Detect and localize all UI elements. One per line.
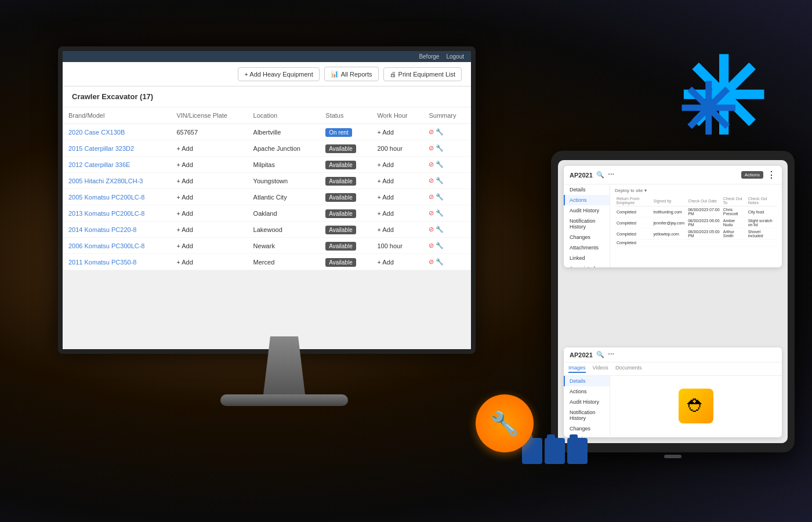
sidebar-actions[interactable]: Actions (564, 195, 610, 205)
delete-icon[interactable]: ⊘ (429, 177, 434, 184)
tablet-home-button[interactable] (664, 455, 682, 458)
wrench-icon[interactable]: 🔧 (436, 258, 444, 266)
panel-bottom-header: AP2021 🔍 ⋯ (564, 347, 782, 362)
cell-location: Youngstown (248, 173, 320, 189)
cell-vin: 657657 (171, 124, 247, 140)
panel-menu-icon[interactable]: ⋮ (767, 169, 776, 180)
bottom-sidebar-changes[interactable]: Changes (564, 423, 610, 434)
cell-vin[interactable]: + Add (171, 222, 247, 238)
cell-vin[interactable]: + Add (171, 189, 247, 205)
th-date: Check Out Date (686, 195, 722, 206)
cell-location: Oakland (248, 205, 320, 222)
more-icon[interactable]: ⋯ (608, 171, 614, 179)
cell-vin[interactable]: + Add (171, 157, 247, 173)
cell-brand[interactable]: 2014 Komatsu PC220-8 (63, 222, 171, 238)
nav-bar: Beforge Logout (63, 51, 471, 62)
all-reports-button[interactable]: 📊 All Reports (324, 67, 379, 81)
cell-notes: Slight scratch on lid (746, 217, 777, 229)
print-equipment-button[interactable]: 🖨 Print Equipment List (383, 67, 462, 81)
nav-logout[interactable]: Logout (446, 53, 464, 60)
cell-workhour[interactable]: + Add (371, 189, 423, 205)
cell-status: Available (320, 157, 371, 173)
cell-vin[interactable]: + Add (171, 205, 247, 222)
panel-actions-button[interactable]: Actions (741, 171, 763, 179)
cell-workhour[interactable]: + Add (371, 124, 423, 140)
cell-checkout-to: Arthur Smith (722, 229, 746, 240)
wrench-icon[interactable]: 🔧 (436, 161, 444, 168)
cell-location: Atlantic City (248, 189, 320, 205)
th-notes: Check Out Notes (746, 195, 777, 206)
tab-videos[interactable]: Videos (593, 365, 608, 373)
delete-icon[interactable]: ⊘ (429, 242, 434, 249)
cell-vin[interactable]: + Add (171, 238, 247, 254)
delete-icon[interactable]: ⊘ (429, 161, 434, 168)
col-brand: Brand/Model (63, 107, 171, 124)
wrench-icon[interactable]: 🔧 (436, 226, 444, 233)
wrench-icon[interactable]: 🔧 (436, 144, 444, 152)
cell-workhour[interactable]: + Add (371, 173, 423, 189)
cell-summary: ⊘ 🔧 (423, 254, 471, 270)
panel-bottom-sidebar: Details Actions Audit History Notificati… (564, 376, 610, 436)
wrench-icon[interactable]: 🔧 (436, 177, 444, 184)
cell-brand[interactable]: 2020 Case CX130B (63, 124, 171, 140)
cell-workhour[interactable]: + Add (371, 254, 423, 270)
th-to: Check Out To (722, 195, 746, 206)
col-status: Status (320, 107, 371, 124)
sidebar-changes[interactable]: Changes (564, 232, 610, 242)
cell-brand[interactable]: 2005 Komatsu PC200LC-8 (63, 189, 171, 205)
cell-brand[interactable]: 2006 Komatsu PC300LC-8 (63, 238, 171, 254)
cell-summary: ⊘ 🔧 (423, 157, 471, 173)
add-equipment-button[interactable]: + Add Heavy Equipment (238, 67, 319, 81)
cell-location: Newark (248, 238, 320, 254)
status-badge-available: Available (325, 161, 356, 169)
cell-workhour[interactable]: + Add (371, 157, 423, 173)
delete-icon[interactable]: ⊘ (429, 209, 434, 217)
search-icon-2[interactable]: 🔍 (596, 351, 604, 358)
cell-brand[interactable]: 2013 Komatsu PC200LC-8 (63, 205, 171, 222)
search-icon[interactable]: 🔍 (596, 171, 604, 179)
delete-icon[interactable]: ⊘ (429, 226, 434, 233)
cell-vin[interactable]: + Add (171, 140, 247, 157)
cell-return: Completed (615, 240, 651, 246)
cell-vin[interactable]: + Add (171, 254, 247, 270)
sidebar-notification[interactable]: Notification History (564, 216, 610, 232)
cell-brand[interactable]: 2015 Caterpillar 323D2 (63, 140, 171, 157)
tab-images[interactable]: Images (568, 365, 586, 373)
sidebar-details[interactable]: Details (564, 184, 610, 195)
wrench-icon[interactable]: 🔧 (436, 242, 444, 249)
cell-vin[interactable]: + Add (171, 173, 247, 189)
delete-icon[interactable]: ⊘ (429, 193, 434, 201)
bottom-sidebar-audit[interactable]: Audit History (564, 397, 610, 407)
cell-date: 08/30/2023 06:00 PM (686, 217, 722, 229)
cell-date: 08/30/2023 07:00 PM (686, 206, 722, 217)
cell-brand[interactable]: 2005 Hitachi ZX280LCH-3 (63, 173, 171, 189)
cell-workhour[interactable]: + Add (371, 205, 423, 222)
sidebar-audit[interactable]: Audit History (564, 205, 610, 216)
wrench-icon[interactable]: 🔧 (436, 209, 444, 217)
cell-brand[interactable]: 2011 Komatsu PC350-8 (63, 254, 171, 270)
bottom-sidebar-notification[interactable]: Notification History (564, 407, 610, 423)
bar-chart-icon: 📊 (331, 70, 339, 78)
delete-icon[interactable]: ⊘ (429, 144, 434, 152)
cell-workhour: 100 hour (371, 238, 423, 254)
table-row: 2020 Case CX130B 657657 Albertville On r… (63, 124, 471, 140)
page-title: Crawler Excavator (17) (63, 86, 471, 107)
delete-icon[interactable]: ⊘ (429, 258, 434, 266)
wrench-icon[interactable]: 🔧 (436, 193, 444, 201)
status-badge-available: Available (325, 177, 356, 186)
delete-icon[interactable]: ⊘ (429, 128, 434, 136)
cell-brand[interactable]: 2012 Caterpillar 336E (63, 157, 171, 173)
th-return: Return From Employee (615, 195, 651, 206)
cell-workhour[interactable]: + Add (371, 222, 423, 238)
nav-brand[interactable]: Beforge (419, 53, 439, 60)
table-row: 2005 Hitachi ZX280LCH-3 + Add Youngstown… (63, 173, 471, 189)
panel-bottom: AP2021 🔍 ⋯ Images Videos Documents Detai… (564, 347, 782, 437)
more-icon-2[interactable]: ⋯ (608, 351, 614, 358)
sidebar-linked[interactable]: Linked (564, 253, 610, 263)
wrench-icon[interactable]: 🔧 (436, 128, 444, 136)
bottom-sidebar-details[interactable]: Details (564, 376, 610, 386)
sidebar-associated[interactable]: Associated (564, 263, 610, 267)
tab-documents[interactable]: Documents (615, 365, 642, 373)
sidebar-attachments[interactable]: Attachments (564, 242, 610, 253)
bottom-sidebar-actions[interactable]: Actions (564, 386, 610, 397)
